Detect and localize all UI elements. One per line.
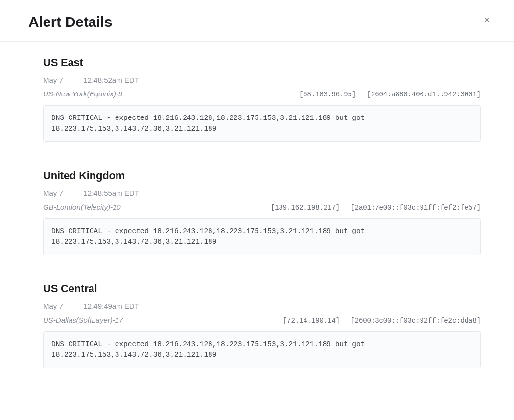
alert-block: US East May 7 12:48:52am EDT US-New York… [43,56,481,142]
datetime-row: May 7 12:48:52am EDT [43,76,481,85]
alert-date: May 7 [43,76,81,84]
alert-block: United Kingdom May 7 12:48:55am EDT GB-L… [43,169,481,255]
region-name: United Kingdom [43,169,481,182]
location-name: US-Dallas(SoftLayer)-17 [43,316,123,324]
alert-message: DNS CRITICAL - expected 18.216.243.128,1… [43,105,481,142]
ipv6-address: [2600:3c00::f03c:92ff:fe2c:dda8] [350,317,481,325]
alert-time: 12:48:52am EDT [83,76,139,84]
alert-block: US Central May 7 12:49:49am EDT US-Dalla… [43,282,481,368]
alert-date: May 7 [43,189,81,197]
modal-header: Alert Details × [0,14,514,42]
alert-message: DNS CRITICAL - expected 18.216.243.128,1… [43,218,481,255]
ipv6-address: [2a01:7e00::f03c:91ff:fef2:fe57] [350,204,481,211]
location-name: US-New York(Equinix)-9 [43,90,122,98]
alert-time: 12:48:55am EDT [83,189,139,197]
ip-addresses: [139.162.198.217] [2a01:7e00::f03c:91ff:… [271,204,481,211]
alert-details-modal: Alert Details × US East May 7 12:48:52am… [0,0,514,368]
ip-addresses: [72.14.190.14] [2600:3c00::f03c:92ff:fe2… [283,317,481,325]
close-icon[interactable]: × [481,14,492,25]
datetime-row: May 7 12:49:49am EDT [43,302,481,311]
region-name: US East [43,56,481,69]
ip-addresses: [68.183.96.95] [2604:a880:400:d1::942:30… [299,91,481,98]
region-name: US Central [43,282,481,295]
ipv4-address: [139.162.198.217] [271,204,340,211]
location-name: GB-London(Telecity)-10 [43,203,121,211]
location-row: GB-London(Telecity)-10 [139.162.198.217]… [43,203,481,211]
alert-time: 12:49:49am EDT [83,302,139,310]
ipv4-address: [68.183.96.95] [299,91,356,98]
ipv4-address: [72.14.190.14] [283,317,340,325]
alert-message: DNS CRITICAL - expected 18.216.243.128,1… [43,331,481,368]
ipv6-address: [2604:a880:400:d1::942:3001] [367,91,481,98]
location-row: US-New York(Equinix)-9 [68.183.96.95] [2… [43,90,481,98]
alert-date: May 7 [43,302,81,310]
datetime-row: May 7 12:48:55am EDT [43,189,481,198]
modal-title: Alert Details [28,14,112,30]
location-row: US-Dallas(SoftLayer)-17 [72.14.190.14] [… [43,316,481,325]
modal-body: US East May 7 12:48:52am EDT US-New York… [0,42,514,368]
